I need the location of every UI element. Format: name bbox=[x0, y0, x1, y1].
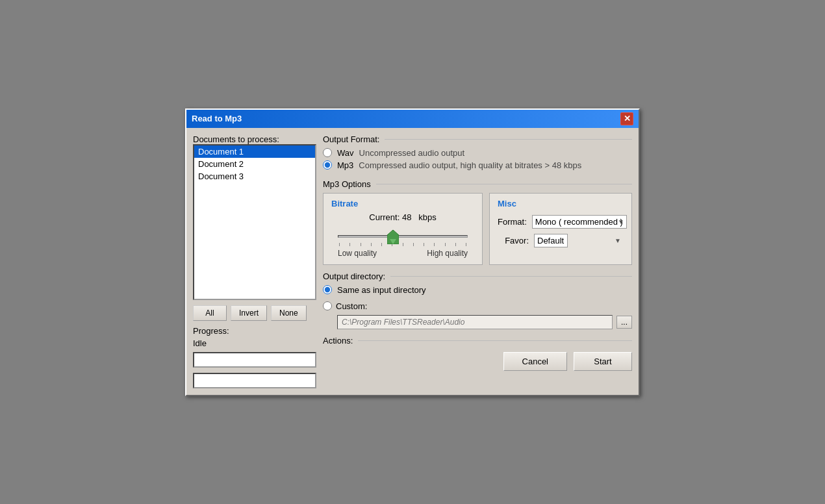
high-quality-label: High quality bbox=[427, 249, 468, 258]
tick bbox=[424, 243, 424, 246]
window-body: Documents to process: Document 1 Documen… bbox=[186, 128, 639, 395]
document-item-3[interactable]: Document 3 bbox=[194, 170, 315, 183]
tick bbox=[434, 243, 435, 246]
left-panel: Documents to process: Document 1 Documen… bbox=[193, 134, 316, 388]
invert-button[interactable]: Invert bbox=[231, 305, 267, 321]
slider-thumb-icon bbox=[387, 230, 399, 244]
mp3-label: Mp3 bbox=[337, 160, 353, 170]
favor-select-wrapper: Default Quality Speed bbox=[534, 234, 624, 247]
right-panel: Output Format: Wav Uncompressed audio ou… bbox=[323, 134, 632, 388]
actions-label: Actions: bbox=[323, 336, 353, 346]
tick bbox=[445, 243, 446, 246]
custom-label: Custom: bbox=[336, 301, 367, 311]
tick bbox=[349, 243, 350, 246]
tick bbox=[381, 243, 382, 246]
misc-box: Misc Format: Mono ( recommended ) Stereo bbox=[489, 193, 632, 265]
progress-section: Progress: Idle bbox=[193, 326, 316, 388]
tick bbox=[413, 243, 414, 246]
tick bbox=[361, 243, 361, 246]
documents-label: Documents to process: bbox=[193, 134, 316, 144]
mp3-options-row: Bitrate Current: 48 kbps bbox=[323, 193, 632, 265]
output-dir-label: Output directory: bbox=[323, 271, 385, 281]
misc-title: Misc bbox=[498, 199, 624, 208]
actions-line bbox=[358, 340, 632, 341]
mp3-options-line bbox=[376, 184, 632, 184]
output-format-section: Output Format: Wav Uncompressed audio ou… bbox=[323, 134, 632, 173]
favor-select[interactable]: Default Quality Speed bbox=[534, 234, 568, 247]
format-select-wrapper: Mono ( recommended ) Stereo bbox=[532, 215, 627, 229]
favor-label: Favor: bbox=[498, 236, 529, 246]
document-item-1[interactable]: Document 1 bbox=[194, 145, 315, 158]
list-buttons: All Invert None bbox=[193, 305, 316, 321]
tick bbox=[371, 243, 372, 246]
output-directory-section: Output directory: Same as input director… bbox=[323, 271, 632, 329]
format-label: Format: bbox=[498, 217, 527, 227]
browse-button[interactable]: ... bbox=[616, 316, 632, 329]
tick bbox=[455, 243, 456, 246]
wav-radio[interactable] bbox=[323, 148, 332, 157]
output-format-content: Wav Uncompressed audio output Mp3 Compre… bbox=[323, 148, 632, 170]
wav-label: Wav bbox=[337, 148, 354, 158]
actions-content: Cancel Start bbox=[323, 352, 632, 371]
output-dir-line bbox=[390, 276, 632, 277]
mp3-radio[interactable] bbox=[323, 160, 332, 170]
custom-path-input[interactable] bbox=[337, 315, 613, 329]
none-button[interactable]: None bbox=[271, 305, 307, 321]
mp3-options-header: Mp3 Options bbox=[323, 179, 632, 189]
favor-row: Favor: Default Quality Speed bbox=[498, 234, 624, 247]
document-list: Document 1 Document 2 Document 3 bbox=[193, 144, 316, 300]
progress-label: Progress: bbox=[193, 326, 316, 336]
same-as-input-row: Same as input directory bbox=[323, 285, 632, 295]
bitrate-current: Current: 48 kbps bbox=[331, 212, 474, 222]
mp3-row: Mp3 Compressed audio output, high qualit… bbox=[323, 160, 632, 170]
mp3-options-label: Mp3 Options bbox=[323, 179, 371, 189]
cancel-button[interactable]: Cancel bbox=[503, 352, 567, 371]
output-format-line bbox=[385, 139, 632, 140]
low-quality-label: Low quality bbox=[338, 249, 377, 258]
progress-bar-2 bbox=[193, 373, 316, 388]
document-item-2[interactable]: Document 2 bbox=[194, 158, 315, 170]
custom-dir-row: Custom: bbox=[323, 301, 632, 311]
custom-radio[interactable] bbox=[323, 301, 332, 310]
all-button[interactable]: All bbox=[193, 305, 227, 321]
wav-desc: Uncompressed audio output bbox=[359, 148, 465, 158]
tick bbox=[339, 243, 340, 246]
slider-container: Low quality High quality bbox=[338, 235, 468, 258]
output-format-header: Output Format: bbox=[323, 134, 632, 144]
current-unit: kbps bbox=[418, 212, 436, 222]
slider-labels: Low quality High quality bbox=[338, 249, 468, 258]
close-button[interactable]: ✕ bbox=[620, 112, 633, 125]
format-row: Format: Mono ( recommended ) Stereo bbox=[498, 215, 624, 229]
progress-bar-1 bbox=[193, 352, 316, 368]
format-select[interactable]: Mono ( recommended ) Stereo bbox=[532, 215, 627, 229]
mp3-options-section: Mp3 Options Bitrate Current: 48 kbps bbox=[323, 179, 632, 265]
mp3-desc: Compressed audio output, high quality at… bbox=[359, 160, 581, 170]
actions-section: Actions: Cancel Start bbox=[323, 336, 632, 371]
slider-ticks bbox=[338, 243, 468, 246]
bitrate-box: Bitrate Current: 48 kbps bbox=[323, 193, 483, 265]
wav-row: Wav Uncompressed audio output bbox=[323, 148, 632, 158]
title-bar: Read to Mp3 ✕ bbox=[186, 110, 639, 128]
progress-status: Idle bbox=[193, 338, 316, 348]
custom-path-row: ... bbox=[337, 315, 632, 329]
same-as-input-label: Same as input directory bbox=[337, 285, 426, 295]
tick bbox=[466, 243, 466, 246]
output-format-label: Output Format: bbox=[323, 134, 379, 144]
tick bbox=[403, 243, 403, 246]
main-window: Read to Mp3 ✕ Documents to process: Docu… bbox=[185, 108, 640, 396]
slider-thumb[interactable] bbox=[387, 230, 399, 244]
bitrate-title: Bitrate bbox=[331, 199, 474, 208]
same-as-input-radio[interactable] bbox=[323, 285, 332, 294]
current-label: Current: bbox=[369, 212, 400, 222]
start-button[interactable]: Start bbox=[574, 352, 632, 371]
window-title: Read to Mp3 bbox=[192, 114, 242, 123]
current-value: 48 bbox=[402, 212, 411, 222]
output-dir-content: Same as input directory Custom: ... bbox=[323, 285, 632, 329]
slider-track bbox=[338, 235, 468, 238]
actions-header: Actions: bbox=[323, 336, 632, 346]
output-dir-header: Output directory: bbox=[323, 271, 632, 281]
